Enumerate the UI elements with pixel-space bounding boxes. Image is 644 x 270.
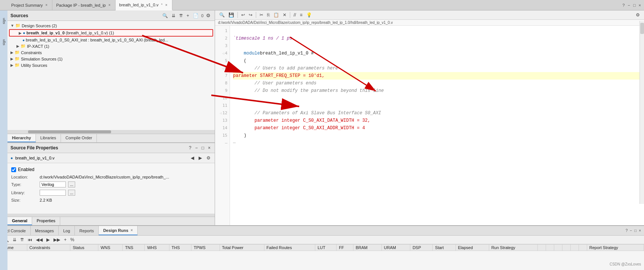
help-icon[interactable]: ? — [622, 3, 625, 7]
props-back-btn[interactable]: ◀ — [190, 155, 195, 161]
bottom-tab-design-runs[interactable]: Design Runs × — [99, 226, 138, 235]
runs-collapse-btn[interactable]: ⇊ — [12, 236, 18, 243]
props-close-btn[interactable]: × — [207, 145, 212, 151]
tab-hierarchy[interactable]: Hierarchy — [7, 134, 36, 142]
props-gear-btn[interactable]: ⚙ — [205, 155, 212, 161]
col-run-strategy[interactable]: Run Strategy — [489, 245, 537, 251]
editor-vscroll-thumb[interactable] — [640, 23, 644, 34]
enabled-checkbox[interactable] — [11, 167, 16, 172]
editor-save-btn[interactable]: 💾 — [227, 12, 235, 18]
col-bram[interactable]: BRAM — [353, 245, 381, 251]
col-whs[interactable]: WHS — [145, 245, 169, 251]
bottom-close-icon[interactable]: × — [639, 229, 641, 233]
editor-format-btn[interactable]: ≡ — [299, 12, 304, 18]
col-start[interactable]: Start — [433, 245, 456, 251]
col-ff[interactable]: FF — [337, 245, 353, 251]
sources-file-btn[interactable]: 📄 — [192, 12, 200, 19]
col-total-power[interactable]: Total Power — [220, 245, 264, 251]
library-browse-btn[interactable]: ... — [68, 190, 75, 196]
col-elapsed[interactable]: Elapsed — [456, 245, 489, 251]
tree-arrow-constraints: ▶ — [10, 50, 13, 55]
tab-close-project-summary[interactable]: × — [45, 3, 48, 7]
left-strip-sign-1[interactable]: sign — [1, 10, 6, 32]
sources-gear-btn[interactable]: ⚙ — [205, 12, 212, 19]
tab-package-ip[interactable]: Package IP - breath_led_ip × — [52, 0, 115, 10]
tree-item-ip-xact[interactable]: ▶ 📁 IP-XACT (1) — [7, 43, 215, 49]
bottom-tab-design-runs-label: Design Runs — [103, 228, 128, 233]
tree-item-utility-sources[interactable]: ▶ 📁 Utility Sources — [7, 62, 215, 68]
editor-undo-btn[interactable]: ↩ — [240, 12, 246, 18]
runs-add-btn[interactable]: + — [63, 236, 68, 243]
props-maximize-btn[interactable]: □ — [200, 145, 205, 151]
tree-item-sim-sources[interactable]: ▶ 📁 Simulation Sources (1) — [7, 56, 215, 62]
sources-hscrollbar[interactable] — [7, 130, 215, 134]
maximize-icon[interactable]: □ — [633, 3, 636, 7]
editor-copy-btn[interactable]: ⎘ — [266, 12, 271, 18]
runs-play-btn[interactable]: ▶ — [45, 236, 51, 243]
sources-add-btn[interactable]: + — [185, 12, 190, 19]
col-ths[interactable]: THS — [169, 245, 191, 251]
sources-expand-btn[interactable]: ⇈ — [178, 12, 184, 19]
col-failed-routes[interactable]: Failed Routes — [264, 245, 315, 251]
tab-breath-led[interactable]: breath_led_ip_v1_0.v * × — [116, 0, 172, 10]
sources-hscroll-thumb[interactable] — [28, 130, 111, 133]
tab-close-package-ip[interactable]: × — [108, 3, 111, 7]
editor-vscrollbar[interactable] — [640, 21, 644, 204]
tab-project-summary[interactable]: Project Summary × — [7, 0, 52, 10]
col-tns[interactable]: TNS — [123, 245, 145, 251]
col-lut[interactable]: LUT — [315, 245, 337, 251]
props-hscrollbar[interactable] — [7, 214, 215, 217]
type-browse-btn[interactable]: ... — [68, 181, 75, 187]
minimize-icon[interactable]: − — [628, 3, 630, 7]
editor-help-btn[interactable]: 💡 — [305, 12, 313, 18]
col-tpws[interactable]: TPWS — [191, 245, 220, 251]
col-report-strategy[interactable]: Report Strategy — [587, 245, 644, 251]
tree-item-s0-axi-inst[interactable]: ● breath_led_ip_v1_0_S0_AXI_inst : breat… — [7, 37, 215, 43]
tree-item-design-sources[interactable]: ▼ 📁 Design Sources (2) — [7, 22, 215, 29]
editor-delete-btn[interactable]: ✕ — [282, 12, 288, 18]
col-uram[interactable]: URAM — [381, 245, 410, 251]
runs-percent-btn[interactable]: % — [69, 236, 76, 243]
runs-next-btn[interactable]: ▶▶ — [52, 236, 61, 243]
type-input[interactable] — [40, 181, 66, 187]
code-content[interactable]: `timescale 1 ns / 1 ps module breath_led… — [230, 26, 644, 225]
tab-close-breath-led[interactable]: × — [165, 3, 168, 7]
bottom-tab-messages[interactable]: Messages — [31, 226, 59, 235]
col-dsp[interactable]: DSP — [410, 245, 433, 251]
col-wns[interactable]: WNS — [98, 245, 123, 251]
bottom-tab-design-runs-close[interactable]: × — [131, 228, 133, 232]
code-timescale: `timescale 1 ns / 1 ps — [233, 35, 292, 42]
props-forward-btn[interactable]: ▶ — [197, 155, 203, 161]
runs-expand-btn[interactable]: ⇈ — [19, 236, 25, 243]
close-icon[interactable]: × — [639, 3, 641, 7]
editor-cut-btn[interactable]: ✂ — [258, 12, 264, 18]
bottom-tab-log[interactable]: Log — [59, 226, 75, 235]
editor-redo-btn[interactable]: ↪ — [248, 12, 254, 18]
editor-comment-btn[interactable]: // — [292, 12, 297, 18]
tab-libraries[interactable]: Libraries — [36, 134, 61, 142]
col-status[interactable]: Status — [70, 245, 98, 251]
bottom-help-icon[interactable]: ? — [626, 229, 628, 233]
left-strip-sign-2[interactable]: sign — [1, 32, 6, 53]
bottom-tab-reports[interactable]: Reports — [75, 226, 99, 235]
props-help-btn[interactable]: ? — [188, 145, 193, 151]
editor-paste-btn[interactable]: 📋 — [272, 12, 280, 18]
sources-search-btn[interactable]: 🔍 — [161, 12, 169, 19]
tree-item-constraints[interactable]: ▶ 📁 Constraints — [7, 49, 215, 56]
code-line-3 — [233, 42, 641, 50]
bottom-minimize-icon[interactable]: − — [630, 229, 632, 233]
sources-collapse-btn[interactable]: ⇊ — [171, 12, 177, 19]
props-tab-properties[interactable]: Properties — [32, 217, 60, 225]
tab-compile-order[interactable]: Compile Order — [61, 134, 97, 142]
runs-first-btn[interactable]: ⏮ — [27, 236, 33, 243]
tree-item-breath-led-v1[interactable]: ▶ ● breath_led_ip_v1_0 (breath_led_ip_v1… — [10, 30, 212, 36]
code-editor[interactable]: 1 2 3 ◁4 5 ◁6 7 8 9 10 11 ◁12 13 14 15 — — [215, 26, 644, 225]
bottom-maximize-icon[interactable]: □ — [634, 229, 637, 233]
props-tab-general[interactable]: General — [7, 217, 32, 225]
runs-prev-btn[interactable]: ◀◀ — [35, 236, 44, 243]
col-constraints[interactable]: Constraints — [27, 245, 70, 251]
library-input[interactable] — [40, 190, 66, 196]
props-minimize-btn[interactable]: − — [194, 145, 199, 151]
editor-search-btn[interactable]: 🔍 — [218, 12, 226, 18]
editor-settings-btn[interactable]: ⚙ — [635, 12, 641, 18]
